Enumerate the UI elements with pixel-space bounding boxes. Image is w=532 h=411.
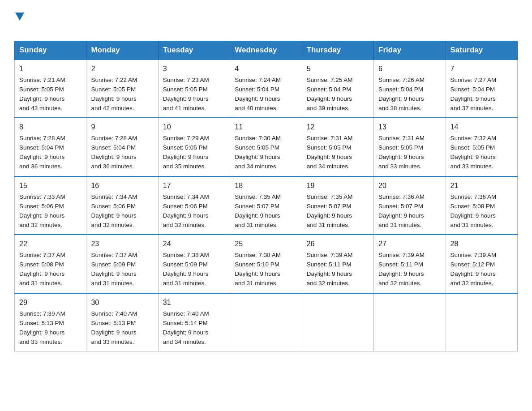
- sunrise-label: Sunrise: 7:24 AM: [235, 77, 281, 83]
- calendar-empty-cell: [302, 293, 373, 351]
- daylight-label: Daylight: 9 hours: [19, 154, 64, 160]
- sunrise-label: Sunrise: 7:39 AM: [19, 310, 65, 317]
- sunset-label: Sunset: 5:05 PM: [235, 144, 279, 151]
- calendar-day-cell: 30Sunrise: 7:40 AMSunset: 5:13 PMDayligh…: [86, 293, 158, 351]
- daylight-label: Daylight: 9 hours: [378, 212, 424, 219]
- daylight-label: Daylight: 9 hours: [307, 95, 352, 102]
- header-wednesday: Wednesday: [230, 41, 302, 60]
- calendar-day-cell: 16Sunrise: 7:34 AMSunset: 5:06 PMDayligh…: [86, 176, 158, 235]
- daylight-minutes: and 31 minutes.: [91, 280, 134, 287]
- daylight-label: Daylight: 9 hours: [91, 95, 136, 102]
- daylight-minutes: and 31 minutes.: [307, 222, 350, 228]
- calendar-day-cell: 20Sunrise: 7:36 AMSunset: 5:07 PMDayligh…: [374, 176, 446, 235]
- day-number: 14: [450, 122, 513, 133]
- calendar-day-cell: 10Sunrise: 7:29 AMSunset: 5:05 PMDayligh…: [158, 118, 230, 176]
- sunset-label: Sunset: 5:07 PM: [307, 203, 352, 210]
- header-saturday: Saturday: [446, 41, 517, 60]
- sunset-label: Sunset: 5:14 PM: [163, 320, 208, 326]
- day-number: 19: [307, 180, 369, 192]
- sunset-label: Sunset: 5:09 PM: [163, 261, 208, 268]
- daylight-label: Daylight: 9 hours: [378, 270, 424, 277]
- daylight-label: Daylight: 9 hours: [450, 95, 496, 102]
- daylight-minutes: and 31 minutes.: [19, 280, 62, 287]
- calendar-day-cell: 5Sunrise: 7:25 AMSunset: 5:04 PMDaylight…: [302, 60, 373, 118]
- daylight-minutes: and 33 minutes.: [19, 338, 62, 345]
- calendar-day-cell: 25Sunrise: 7:38 AMSunset: 5:10 PMDayligh…: [230, 235, 302, 293]
- daylight-label: Daylight: 9 hours: [19, 329, 64, 336]
- sunrise-label: Sunrise: 7:27 AM: [450, 77, 497, 83]
- sunset-label: Sunset: 5:08 PM: [450, 203, 495, 210]
- calendar-day-cell: 14Sunrise: 7:32 AMSunset: 5:05 PMDayligh…: [446, 118, 517, 176]
- calendar-day-cell: 18Sunrise: 7:35 AMSunset: 5:07 PMDayligh…: [230, 176, 302, 235]
- calendar-day-cell: 13Sunrise: 7:31 AMSunset: 5:05 PMDayligh…: [374, 118, 446, 176]
- daylight-label: Daylight: 9 hours: [235, 212, 280, 219]
- day-number: 25: [235, 239, 297, 250]
- daylight-label: Daylight: 9 hours: [91, 270, 136, 277]
- day-number: 31: [163, 297, 225, 308]
- calendar-week-row: 1Sunrise: 7:21 AMSunset: 5:05 PMDaylight…: [15, 60, 518, 118]
- daylight-minutes: and 38 minutes.: [378, 105, 421, 111]
- sunrise-label: Sunrise: 7:21 AM: [19, 77, 65, 83]
- daylight-minutes: and 31 minutes.: [235, 222, 278, 228]
- daylight-label: Daylight: 9 hours: [450, 154, 496, 160]
- sunset-label: Sunset: 5:11 PM: [307, 261, 352, 268]
- daylight-minutes: and 32 minutes.: [19, 222, 62, 228]
- sunrise-label: Sunrise: 7:37 AM: [91, 252, 137, 258]
- sunrise-label: Sunrise: 7:28 AM: [91, 135, 137, 141]
- sunset-label: Sunset: 5:13 PM: [19, 320, 64, 326]
- daylight-minutes: and 33 minutes.: [91, 338, 134, 345]
- header-tuesday: Tuesday: [158, 41, 230, 60]
- sunrise-label: Sunrise: 7:22 AM: [91, 77, 137, 83]
- sunset-label: Sunset: 5:05 PM: [19, 86, 64, 93]
- day-number: 29: [19, 297, 82, 308]
- sunset-label: Sunset: 5:10 PM: [235, 261, 279, 268]
- calendar-empty-cell: [374, 293, 446, 351]
- day-number: 15: [19, 180, 82, 192]
- sunrise-label: Sunrise: 7:25 AM: [307, 77, 353, 83]
- day-number: 4: [235, 64, 297, 75]
- day-number: 26: [307, 239, 369, 250]
- calendar-day-cell: 26Sunrise: 7:39 AMSunset: 5:11 PMDayligh…: [302, 235, 373, 293]
- sunset-label: Sunset: 5:04 PM: [19, 144, 64, 151]
- day-number: 17: [163, 180, 225, 192]
- sunset-label: Sunset: 5:04 PM: [450, 86, 495, 93]
- calendar-day-cell: 8Sunrise: 7:28 AMSunset: 5:04 PMDaylight…: [15, 118, 86, 176]
- daylight-label: Daylight: 9 hours: [163, 212, 208, 219]
- sunset-label: Sunset: 5:04 PM: [91, 144, 136, 151]
- daylight-label: Daylight: 9 hours: [163, 95, 208, 102]
- sunrise-label: Sunrise: 7:34 AM: [163, 193, 209, 200]
- calendar-day-cell: 29Sunrise: 7:39 AMSunset: 5:13 PMDayligh…: [15, 293, 86, 351]
- daylight-label: Daylight: 9 hours: [91, 212, 136, 219]
- daylight-minutes: and 36 minutes.: [19, 163, 62, 170]
- sunrise-label: Sunrise: 7:35 AM: [235, 193, 281, 200]
- daylight-minutes: and 31 minutes.: [163, 280, 206, 287]
- sunset-label: Sunset: 5:06 PM: [19, 203, 64, 210]
- daylight-minutes: and 41 minutes.: [163, 105, 206, 111]
- day-number: 2: [91, 64, 153, 75]
- sunset-label: Sunset: 5:12 PM: [450, 261, 495, 268]
- sunset-label: Sunset: 5:05 PM: [91, 86, 136, 93]
- daylight-minutes: and 33 minutes.: [450, 163, 493, 170]
- calendar-empty-cell: [230, 293, 302, 351]
- sunrise-label: Sunrise: 7:31 AM: [378, 135, 425, 141]
- day-number: 12: [307, 122, 369, 133]
- calendar-week-row: 8Sunrise: 7:28 AMSunset: 5:04 PMDaylight…: [15, 118, 518, 176]
- daylight-label: Daylight: 9 hours: [91, 329, 136, 336]
- header-thursday: Thursday: [302, 41, 373, 60]
- daylight-label: Daylight: 9 hours: [378, 154, 424, 160]
- daylight-label: Daylight: 9 hours: [163, 329, 208, 336]
- calendar-day-cell: 11Sunrise: 7:30 AMSunset: 5:05 PMDayligh…: [230, 118, 302, 176]
- calendar-day-cell: 23Sunrise: 7:37 AMSunset: 5:09 PMDayligh…: [86, 235, 158, 293]
- day-number: 22: [19, 239, 82, 250]
- logo: General: [14, 11, 59, 34]
- daylight-minutes: and 32 minutes.: [378, 280, 421, 287]
- daylight-label: Daylight: 9 hours: [307, 154, 352, 160]
- day-number: 11: [235, 122, 297, 133]
- header-monday: Monday: [86, 41, 158, 60]
- daylight-label: Daylight: 9 hours: [307, 212, 352, 219]
- day-number: 8: [19, 122, 82, 133]
- calendar-day-cell: 12Sunrise: 7:31 AMSunset: 5:05 PMDayligh…: [302, 118, 373, 176]
- daylight-minutes: and 35 minutes.: [163, 163, 206, 170]
- daylight-minutes: and 34 minutes.: [163, 338, 206, 345]
- sunset-label: Sunset: 5:04 PM: [307, 86, 352, 93]
